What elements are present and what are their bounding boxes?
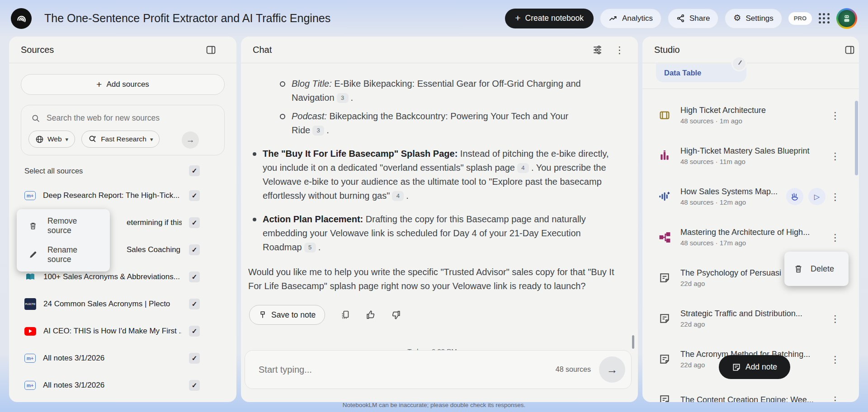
chat-sub-bullet: Blog Title: E-Bike Bikepacking: Essentia… [245,77,589,105]
source-checkbox[interactable] [189,217,200,228]
chat-closing-paragraph: Would you like me to help you write the … [245,265,618,293]
web-source-dropdown[interactable]: Web [28,131,75,148]
disclaimer-text: NotebookLM can be inaccurate; please dou… [0,402,868,408]
rename-source-menu-item[interactable]: Rename source [17,240,110,269]
sources-panel-title: Sources [21,45,54,55]
add-sources-button[interactable]: Add sources [21,74,225,95]
select-all-label: Select all sources [24,167,83,175]
source-row[interactable]: m+ All notes 3/1/2026 [9,345,236,372]
source-checkbox[interactable] [189,244,200,255]
studio-item-menu-icon[interactable] [830,314,840,323]
citation-chip[interactable]: 4 [392,191,404,201]
plecto-favicon: PLECTO [24,298,36,310]
source-checkbox[interactable] [189,353,200,364]
play-icon [814,192,820,201]
chat-panel: Chat Blog Title: E-Bike Bikepacking: Ess… [241,37,638,402]
notebooklm-logo[interactable] [11,8,32,29]
thumbs-down-icon[interactable] [391,310,401,320]
play-button[interactable] [808,188,826,205]
collapse-panel-icon[interactable] [205,44,217,56]
source-row[interactable]: m+ Deep Research Report: The High-Tick..… [9,182,236,209]
citation-chip[interactable]: 4 [517,163,529,173]
top-header: The One-Sentence Profit Extractor and AI… [0,0,868,37]
note-doc-icon [658,394,671,402]
edit-data-table-button[interactable] [731,56,747,71]
studio-item-menu-icon[interactable] [830,111,840,120]
trash-icon [28,221,38,231]
studio-item[interactable]: How Sales Systems Map... 48 sources · 12… [642,176,859,217]
submit-search-button[interactable] [182,131,199,149]
chat-sub-bullet: Podcast: Bikepacking the Backcountry: Po… [245,109,589,137]
chat-scrollbar[interactable] [632,335,634,349]
apps-grid-icon[interactable] [818,13,830,24]
pencil-icon [28,250,38,260]
studio-item-menu-icon[interactable] [830,233,840,242]
settings-button[interactable]: Settings [725,9,782,28]
expand-panel-icon[interactable] [844,44,855,56]
thumbs-up-icon[interactable] [366,310,376,320]
source-row[interactable]: AI CEO: THIS is How I'd Make My First ..… [9,318,236,345]
studio-item[interactable]: High Ticket Architecture 48 sources · 1m… [642,95,859,136]
chevron-down-icon [150,135,153,143]
share-icon [676,14,685,23]
studio-item-menu-icon[interactable] [830,395,840,403]
chat-panel-title: Chat [253,45,272,55]
tune-icon[interactable] [592,44,603,56]
web-search-card: Web Fast Research [21,105,225,155]
pro-badge: PRO [788,12,812,25]
studio-item[interactable]: The Content Creation Engine: Wee... [642,379,859,402]
studio-item-menu-icon[interactable] [830,151,840,161]
chat-more-menu-icon[interactable] [615,45,624,55]
select-all-checkbox[interactable] [189,165,200,176]
source-checkbox[interactable] [189,299,200,309]
source-checkbox[interactable] [189,190,200,201]
avatar[interactable] [836,8,857,29]
analytics-button[interactable]: Analytics [600,9,661,28]
chat-input-bar: 48 sources [245,350,632,389]
studio-context-menu[interactable]: Delete [784,252,849,286]
citation-chip[interactable]: 3 [312,126,324,136]
copy-icon[interactable] [340,310,350,320]
citation-chip[interactable]: 5 [304,243,316,253]
source-row[interactable]: PLECTO 24 Common Sales Acronyms | Plecto [9,290,236,318]
studio-item[interactable]: High-Ticket Mastery Sales Blueprint 48 s… [642,136,859,176]
save-to-note-button[interactable]: Save to note [249,305,325,325]
note-source-icon: m+ [24,191,36,200]
source-row[interactable]: m+ All notes 3/1/2026 [9,372,236,399]
note-doc-icon [658,313,671,324]
share-button[interactable]: Share [668,9,718,28]
audio-overview-icon [658,190,671,203]
source-checkbox[interactable] [189,272,200,282]
citation-chip[interactable]: 3 [337,93,349,103]
chat-bullet: The "Buy It For Life Basecamp" Splash Pa… [245,147,612,203]
globe-icon [35,135,44,144]
studio-item[interactable]: Strategic Traffic and Distribution... 22… [642,298,859,339]
bar-chart-icon [658,150,671,162]
create-notebook-button[interactable]: Create notebook [505,9,594,28]
studio-item-menu-icon[interactable] [830,192,840,201]
note-icon [732,363,741,372]
remove-source-menu-item[interactable]: Remove source [17,211,110,240]
studio-panel: Studio Data Table High Ticket Architectu… [642,37,859,402]
source-checkbox[interactable] [189,380,200,391]
note-source-icon: m+ [24,381,36,390]
studio-item-menu-icon[interactable] [830,355,840,364]
flashcards-icon [658,110,671,121]
studio-scrollbar[interactable] [855,101,858,175]
youtube-icon [24,327,36,336]
waving-hand-icon [790,192,799,201]
chevron-down-icon [66,135,69,143]
source-checkbox[interactable] [189,326,200,337]
sources-count: 48 sources [556,365,591,374]
interactive-mode-button[interactable] [786,188,803,205]
search-input[interactable] [47,113,196,123]
gear-icon [733,14,741,23]
source-context-menu: Remove source Rename source [17,209,110,272]
plus-icon [515,13,520,23]
research-mode-dropdown[interactable]: Fast Research [81,131,160,148]
send-button[interactable] [599,356,625,383]
delete-menu-item[interactable]: Delete [811,264,834,274]
chat-input[interactable] [259,365,556,375]
add-note-button[interactable]: Add note [719,355,790,379]
note-source-icon: m+ [24,354,36,363]
